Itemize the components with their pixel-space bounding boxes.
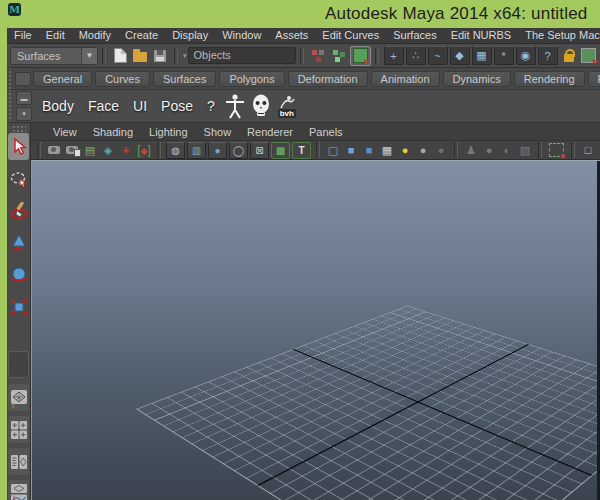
menu-set-selector[interactable]: Surfaces ▼ — [10, 47, 98, 65]
rotate-tool-button[interactable] — [8, 261, 29, 288]
cube-blue-icon[interactable]: ■ — [343, 143, 359, 158]
human-figure-icon[interactable] — [222, 92, 248, 120]
section-divider[interactable] — [375, 48, 379, 64]
menu-display[interactable]: Display — [165, 28, 215, 43]
shelf-tab-dynamics[interactable]: Dynamics — [443, 71, 511, 87]
mask-curves-button[interactable]: ~ — [428, 46, 448, 65]
shelf-menu-button[interactable]: ▬ — [16, 91, 32, 105]
show-spheres-icon[interactable]: ● — [481, 143, 497, 158]
mask-misc-button[interactable]: ? — [538, 46, 558, 65]
layout-single-perspective-button[interactable] — [8, 384, 29, 411]
shelf-tab-general[interactable]: General — [33, 71, 92, 87]
isolate-select-icon[interactable] — [549, 143, 564, 157]
panel-menu-lighting[interactable]: Lighting — [141, 126, 196, 138]
menu-surfaces[interactable]: Surfaces — [386, 28, 443, 43]
display-shaded-icon[interactable]: ● — [208, 142, 227, 159]
toolbox-grip[interactable] — [12, 125, 26, 132]
panel-menu-show[interactable]: Show — [196, 126, 240, 138]
menu-modify[interactable]: Modify — [72, 28, 118, 43]
select-by-hierarchy-button[interactable] — [308, 46, 329, 66]
mask-points-button[interactable]: ∴ — [406, 46, 426, 65]
menu-edit-nurbs[interactable]: Edit NURBS — [444, 28, 519, 43]
cube-blue-2-icon[interactable]: ■ — [361, 143, 377, 158]
box-outline-icon[interactable]: □ — [580, 143, 596, 158]
move-tool-button[interactable] — [8, 229, 29, 256]
panel-menu-view[interactable]: View — [45, 126, 85, 138]
cube-plain-icon[interactable]: ▢ — [325, 143, 341, 158]
grease-pencil-icon[interactable]: [◆] — [136, 143, 152, 158]
display-wireframe-icon[interactable]: ◍ — [166, 142, 185, 159]
shelf-button-pose[interactable]: Pose — [161, 98, 193, 114]
mask-surfaces-button[interactable]: ◆ — [450, 46, 470, 65]
lights-none-icon[interactable]: ● — [433, 143, 449, 158]
menu-window[interactable]: Window — [215, 28, 268, 43]
shelf-button-body[interactable]: Body — [42, 98, 74, 114]
bookmarks-icon[interactable]: ▤ — [82, 143, 98, 158]
layout-perspective-graph-button[interactable] — [8, 480, 29, 500]
lasso-tool-button[interactable] — [8, 165, 29, 192]
display-checker-green-icon[interactable]: ▩ — [271, 142, 290, 159]
menu-assets[interactable]: Assets — [268, 28, 315, 43]
select-by-component-button[interactable] — [329, 46, 350, 66]
save-scene-icon[interactable] — [151, 47, 169, 65]
menu-edit-curves[interactable]: Edit Curves — [315, 28, 386, 43]
select-by-object-button[interactable] — [350, 46, 371, 66]
menu-edit[interactable]: Edit — [39, 28, 72, 43]
shelf-arrow-button[interactable]: ▾ — [16, 107, 32, 121]
section-divider[interactable] — [174, 48, 178, 64]
camera-attributes-icon[interactable] — [64, 143, 80, 158]
lock-selection-icon[interactable] — [560, 47, 578, 65]
panel-menu-shading[interactable]: Shading — [85, 126, 141, 138]
mask-rendering-button[interactable]: ◉ — [516, 46, 536, 65]
collapse-chevron-icon[interactable]: ▾ — [183, 52, 187, 60]
shelf-button-help[interactable]: ? — [207, 98, 215, 114]
open-scene-icon[interactable] — [131, 47, 149, 65]
lights-all-icon[interactable]: ● — [397, 143, 413, 158]
paint-select-tool-button[interactable] — [8, 197, 29, 224]
mask-dynamics-button[interactable]: * — [494, 46, 514, 65]
use-default-material-icon[interactable]: ▦ — [379, 143, 395, 158]
display-film-gate-icon[interactable]: ▥ — [187, 142, 206, 159]
menu-setup-machine[interactable]: The Setup Machine — [518, 28, 600, 43]
shelf-button-face[interactable]: Face — [88, 98, 119, 114]
display-textured-x-icon[interactable]: ⊠ — [250, 142, 269, 159]
display-texture-t-icon[interactable]: T — [292, 142, 311, 159]
shelf-tab-menu-button[interactable] — [15, 72, 31, 86]
section-divider[interactable] — [300, 48, 304, 64]
shelf-tab-rendering[interactable]: Rendering — [514, 71, 585, 87]
pan-zoom-icon[interactable]: + — [118, 143, 134, 158]
shelf-grip[interactable] — [7, 68, 13, 89]
scale-tool-button[interactable] — [8, 293, 29, 320]
maya-app-icon[interactable]: M — [8, 3, 21, 16]
mask-handles-button[interactable]: + — [384, 46, 404, 65]
select-tool-button[interactable] — [8, 133, 29, 160]
shelf-button-ui[interactable]: UI — [133, 98, 147, 114]
selection-mask-field[interactable]: Objects — [188, 47, 296, 64]
panel-menu-renderer[interactable]: Renderer — [239, 126, 301, 138]
shelf-tab-polygons[interactable]: Polygons — [219, 71, 284, 87]
display-flat-icon[interactable]: ◯ — [229, 142, 248, 159]
shelf-tab-painteffects[interactable]: PaintEffects — [588, 71, 600, 87]
bvh-import-icon[interactable]: bvh — [274, 92, 300, 120]
shelf-tab-surfaces[interactable]: Surfaces — [153, 71, 216, 87]
skull-icon[interactable] — [248, 92, 274, 120]
last-tool-slot[interactable] — [8, 351, 29, 378]
shelf-tab-deformation[interactable]: Deformation — [288, 71, 368, 87]
shelf-tab-curves[interactable]: Curves — [95, 71, 150, 87]
panel-menu-panels[interactable]: Panels — [301, 126, 351, 138]
show-cubes-icon[interactable]: ▧ — [517, 143, 533, 158]
show-cameras-icon[interactable]: ♟ — [463, 143, 479, 158]
camera-select-icon[interactable] — [46, 143, 62, 158]
image-plane-icon[interactable]: ◈ — [100, 143, 116, 158]
perspective-viewport[interactable] — [31, 160, 600, 500]
new-scene-icon[interactable] — [111, 47, 129, 65]
lights-flat-icon[interactable]: ● — [415, 143, 431, 158]
layout-perspective-outliner-button[interactable] — [8, 448, 29, 475]
show-half-icon[interactable]: ◐ — [499, 143, 515, 158]
mask-deformations-button[interactable]: ▦ — [472, 46, 492, 65]
shelf-tab-animation[interactable]: Animation — [371, 71, 440, 87]
highlight-selection-icon[interactable] — [580, 47, 598, 65]
section-divider[interactable] — [102, 48, 106, 64]
menu-create[interactable]: Create — [118, 28, 165, 43]
menu-file[interactable]: File — [7, 28, 39, 43]
